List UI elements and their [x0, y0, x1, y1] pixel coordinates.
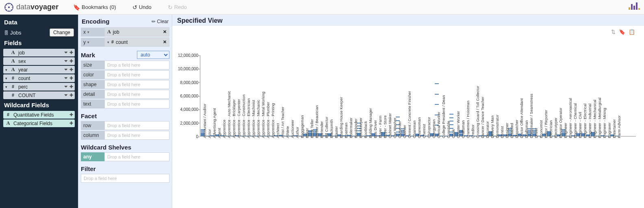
- x-channel-row[interactable]: x▾ Ajob ✕: [81, 27, 169, 37]
- facet-heading: Facet: [81, 113, 169, 119]
- filter-slot[interactable]: Drop a field here: [81, 174, 169, 183]
- field-pill-year[interactable]: ▾Ayear⏷✚: [3, 66, 75, 74]
- y-tick-label: 0: [176, 134, 198, 139]
- shape-slot[interactable]: Drop a field here: [104, 80, 169, 89]
- add-icon[interactable]: ✚: [69, 50, 73, 55]
- mark-select[interactable]: auto: [137, 51, 169, 59]
- shape-channel-row[interactable]: shapeDrop a field here: [81, 80, 169, 89]
- size-slot[interactable]: Drop a field here: [104, 61, 169, 69]
- text-slot[interactable]: Drop a field here: [104, 100, 169, 108]
- filter-icon[interactable]: ⏷: [64, 58, 68, 64]
- view-title: Specified View: [177, 17, 223, 24]
- color-slot[interactable]: Drop a field here: [104, 70, 169, 79]
- add-icon[interactable]: ✚: [69, 76, 73, 81]
- wildcard-fields-heading: Wildcard Fields: [0, 100, 78, 110]
- add-icon[interactable]: ✚: [69, 67, 73, 72]
- filter-icon[interactable]: ⏷: [64, 84, 68, 89]
- fields-heading: Fields: [0, 38, 78, 48]
- undo-button[interactable]: ↺ Undo: [132, 4, 152, 11]
- wildcard-fields-list: #Quantitative Fields✚ACategorical Fields…: [0, 110, 78, 128]
- any-channel-row[interactable]: anyDrop a field here: [81, 152, 169, 161]
- remove-x-button[interactable]: ✕: [163, 29, 167, 35]
- copy-icon[interactable]: 📋: [629, 29, 635, 35]
- change-dataset-button[interactable]: Change: [50, 28, 74, 37]
- svg-line-8: [6, 9, 7, 10]
- add-icon[interactable]: ✚: [69, 84, 73, 89]
- filter-icon[interactable]: ⏷: [64, 93, 68, 98]
- eraser-icon: ✏: [152, 19, 156, 24]
- bookmarks-button[interactable]: 🔖 Bookmarks (0): [73, 4, 116, 11]
- column-channel-row[interactable]: columnDrop a field here: [81, 131, 169, 140]
- y-tick-label: 2,000,000: [176, 121, 198, 125]
- wildcard-shelves-heading: Wildcard Shelves: [81, 144, 169, 151]
- y-tick-label: 10,000,000: [176, 67, 198, 71]
- svg-point-1: [8, 6, 10, 8]
- y-tick-label: 4,000,000: [176, 107, 198, 112]
- filter-icon[interactable]: ⏷: [64, 76, 68, 81]
- add-icon[interactable]: ✚: [69, 112, 73, 117]
- chevron-down-icon: ▾: [87, 40, 89, 44]
- y-channel-slot[interactable]: ▾#count ✕: [104, 37, 169, 47]
- data-sidebar: Data 🗄Jobs Change Fields Ajob⏷✚Asex⏷✚▾Ay…: [0, 15, 78, 208]
- bookmark-icon: 🔖: [73, 4, 80, 11]
- text-channel-row[interactable]: textDrop a field here: [81, 100, 169, 108]
- encoding-panel: Encoding ✏ Clear x▾ Ajob ✕ y▾ ▾#count ✕: [78, 15, 172, 208]
- color-channel-row[interactable]: colorDrop a field here: [81, 70, 169, 79]
- detail-channel-row[interactable]: detailDrop a field here: [81, 90, 169, 99]
- data-heading: Data: [0, 17, 78, 27]
- field-pill-count[interactable]: ▾#count⏷✚: [3, 74, 75, 82]
- field-pill-perc[interactable]: ▾#perc⏷✚: [3, 83, 75, 91]
- wildcard-field-pill[interactable]: ACategorical Fields✚: [3, 119, 75, 127]
- dataset-row: 🗄Jobs Change: [0, 27, 78, 38]
- size-channel-row[interactable]: sizeDrop a field here: [81, 61, 169, 69]
- filter-heading: Filter: [81, 165, 169, 172]
- mark-heading: Mark: [81, 52, 95, 58]
- svg-line-9: [11, 4, 12, 5]
- y-tick-label: 6,000,000: [176, 94, 198, 98]
- app-logo: datavoyager: [4, 2, 59, 12]
- field-pill-count[interactable]: #COUNT⏷✚: [3, 91, 75, 99]
- add-icon[interactable]: ✚: [69, 121, 73, 126]
- column-slot[interactable]: Drop a field here: [104, 131, 169, 140]
- idl-logo: [629, 2, 640, 10]
- chevron-down-icon: ▾: [87, 30, 89, 34]
- y-tick-label: 8,000,000: [176, 80, 198, 84]
- row-channel-row[interactable]: rowDrop a field here: [81, 121, 169, 130]
- row-slot[interactable]: Drop a field here: [104, 121, 169, 130]
- add-icon[interactable]: ✚: [69, 58, 73, 64]
- clear-button[interactable]: ✏ Clear: [152, 19, 169, 24]
- main-view: Specified View ⇅ 🔖 📋 count 02,000,0004,0…: [172, 15, 644, 208]
- any-slot[interactable]: Drop a field here: [104, 152, 169, 161]
- y-channel-row[interactable]: y▾ ▾#count ✕: [81, 37, 169, 47]
- detail-slot[interactable]: Drop a field here: [104, 90, 169, 99]
- remove-y-button[interactable]: ✕: [163, 39, 167, 45]
- redo-icon: ↻: [168, 4, 173, 11]
- database-icon: 🗄: [4, 30, 9, 35]
- add-icon[interactable]: ✚: [69, 93, 73, 98]
- filter-icon[interactable]: ⏷: [64, 67, 68, 72]
- field-pill-sex[interactable]: Asex⏷✚: [3, 57, 75, 65]
- compass-icon: [4, 2, 14, 12]
- x-channel-slot[interactable]: Ajob ✕: [104, 27, 169, 37]
- svg-line-6: [6, 4, 7, 5]
- filter-icon[interactable]: ⏷: [64, 50, 68, 55]
- fields-list: Ajob⏷✚Asex⏷✚▾Ayear⏷✚▾#count⏷✚▾#perc⏷✚#CO…: [0, 48, 78, 100]
- chart-container: count 02,000,0004,000,0006,000,0008,000,…: [172, 35, 644, 208]
- undo-icon: ↺: [132, 4, 137, 11]
- sort-icon[interactable]: ⇅: [611, 29, 616, 35]
- redo-button[interactable]: ↻ Redo: [168, 4, 187, 11]
- field-pill-job[interactable]: Ajob⏷✚: [3, 49, 75, 56]
- svg-line-7: [11, 9, 12, 10]
- y-tick-label: 12,000,000: [176, 53, 198, 58]
- app-header: datavoyager 🔖 Bookmarks (0) ↺ Undo ↻ Red…: [0, 0, 644, 15]
- wildcard-field-pill[interactable]: #Quantitative Fields✚: [3, 111, 75, 119]
- encoding-heading: Encoding: [82, 18, 109, 25]
- bookmark-view-icon[interactable]: 🔖: [619, 29, 625, 35]
